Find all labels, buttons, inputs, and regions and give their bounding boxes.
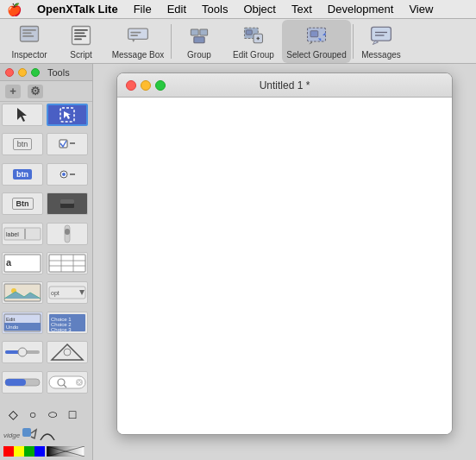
tool-field[interactable]: a xyxy=(2,252,43,274)
menu-tools[interactable]: Tools xyxy=(202,3,228,16)
window-max-button[interactable] xyxy=(155,80,166,91)
tool-select[interactable] xyxy=(47,104,88,126)
svg-marker-62 xyxy=(52,344,83,360)
tool-image[interactable] xyxy=(2,281,43,304)
svg-rect-3 xyxy=(22,35,34,37)
group-icon xyxy=(185,23,213,48)
tool-progress[interactable] xyxy=(2,371,43,394)
tools-panel: Tools + ⚙ btn xyxy=(0,64,93,460)
svg-rect-14 xyxy=(200,29,208,35)
tool-scrollbar[interactable] xyxy=(47,223,88,245)
svg-rect-17 xyxy=(246,30,252,35)
svg-rect-38 xyxy=(65,229,70,235)
gradient-bar[interactable] xyxy=(47,446,85,457)
message-box-label: Message Box xyxy=(112,50,165,60)
apple-menu[interactable]: 🍎 xyxy=(7,3,22,16)
svg-text:opt: opt xyxy=(51,290,60,297)
svg-point-30 xyxy=(62,173,66,176)
toolbar-select-grouped[interactable]: Select Grouped xyxy=(282,20,351,63)
color-swatches[interactable] xyxy=(3,446,45,457)
tool-slider[interactable] xyxy=(2,341,43,363)
menu-bar: 🍎 OpenXTalk Lite File Edit Tools Object … xyxy=(0,0,476,19)
menu-app-name[interactable]: OpenXTalk Lite xyxy=(37,3,118,16)
canvas-window: Untitled 1 * xyxy=(116,72,453,435)
edit-group-label: Edit Group xyxy=(233,50,274,60)
tool-button-plain[interactable]: btn xyxy=(2,133,43,155)
window-titlebar: Untitled 1 * xyxy=(117,73,452,98)
tool-circle[interactable]: ○ xyxy=(23,405,42,424)
svg-rect-11 xyxy=(130,35,138,36)
curve-tool-icon[interactable] xyxy=(39,426,56,444)
tools-actions: + ⚙ xyxy=(0,81,92,102)
tool-option-button[interactable]: opt xyxy=(47,281,88,304)
tool-checkbox[interactable] xyxy=(47,133,88,155)
svg-rect-22 xyxy=(310,31,318,37)
tools-min-button[interactable] xyxy=(18,68,27,77)
svg-rect-2 xyxy=(22,33,32,35)
tool-combo-box[interactable]: Choice 1 Choice 2 Choice 3 xyxy=(47,312,88,334)
messages-icon xyxy=(367,23,395,48)
shape-tools-row: ◇ ○ ⬭ □ xyxy=(2,405,91,424)
menu-edit[interactable]: Edit xyxy=(167,3,186,16)
window-min-button[interactable] xyxy=(141,80,151,91)
tool-button-blue[interactable]: btn xyxy=(2,163,43,186)
window-traffic-lights xyxy=(126,80,166,91)
swatch-blue[interactable] xyxy=(34,446,45,457)
toolbar-message-box[interactable]: Message Box xyxy=(107,20,169,63)
inspector-icon xyxy=(16,23,43,48)
tool-dark-button[interactable] xyxy=(47,192,88,215)
window-title: Untitled 1 * xyxy=(260,79,310,91)
svg-rect-9 xyxy=(128,28,148,39)
toolbar-inspector[interactable]: Inspector xyxy=(3,20,55,63)
tool-oval[interactable]: ⬭ xyxy=(43,405,62,424)
toolbar-messages[interactable]: Messages xyxy=(355,20,407,63)
pen-tools-row: vidge xyxy=(2,426,91,444)
menu-view[interactable]: View xyxy=(409,3,433,16)
tool-arrow[interactable] xyxy=(2,104,43,126)
window-content[interactable] xyxy=(117,98,452,434)
svg-text:Undo: Undo xyxy=(6,325,19,330)
svg-rect-41 xyxy=(49,255,85,272)
svg-text:Edit: Edit xyxy=(6,317,16,322)
toolbar-group[interactable]: Group xyxy=(173,20,225,63)
menu-object[interactable]: Object xyxy=(243,3,276,16)
tools-max-button[interactable] xyxy=(31,68,40,77)
menu-development[interactable]: Development xyxy=(328,3,394,16)
script-icon xyxy=(67,23,95,48)
swatch-red[interactable] xyxy=(3,446,14,457)
select-grouped-icon xyxy=(303,23,330,48)
window-close-button[interactable] xyxy=(126,80,136,91)
svg-rect-5 xyxy=(74,29,88,31)
menu-text[interactable]: Text xyxy=(291,3,312,16)
script-label: Script xyxy=(70,50,92,60)
menu-file[interactable]: File xyxy=(134,3,152,16)
group-label: Group xyxy=(187,50,211,60)
swatch-green[interactable] xyxy=(24,446,34,457)
tools-gear-button[interactable]: ⚙ xyxy=(28,85,43,98)
svg-rect-7 xyxy=(74,35,86,37)
tools-grid: btn btn Bt xyxy=(0,102,92,401)
svg-rect-72 xyxy=(22,428,31,437)
messages-label: Messages xyxy=(361,50,401,60)
tool-grid[interactable] xyxy=(47,252,88,274)
tool-graphic[interactable] xyxy=(47,341,88,363)
tool-edit-field[interactable]: Edit Undo xyxy=(2,312,43,334)
tool-search-field[interactable] xyxy=(47,371,88,394)
tool-label[interactable]: label xyxy=(2,223,43,245)
tool-button-caps[interactable]: Btn xyxy=(2,192,43,215)
toolbar-sep-1 xyxy=(171,24,172,59)
tool-diamond[interactable]: ◇ xyxy=(3,405,22,424)
pen-tool-icon[interactable] xyxy=(21,426,38,444)
svg-point-61 xyxy=(18,348,27,356)
tool-square[interactable]: □ xyxy=(63,405,82,424)
tool-radio[interactable] xyxy=(47,163,88,186)
svg-rect-13 xyxy=(191,29,198,35)
toolbar-edit-group[interactable]: Edit Group xyxy=(225,20,282,63)
tools-close-button[interactable] xyxy=(5,68,14,77)
tools-bottom: ◇ ○ ⬭ □ vidge xyxy=(0,401,92,460)
tools-add-button[interactable]: + xyxy=(5,85,21,98)
swatch-yellow[interactable] xyxy=(14,446,24,457)
svg-rect-65 xyxy=(5,379,26,386)
svg-rect-8 xyxy=(74,39,82,41)
toolbar-script[interactable]: Script xyxy=(55,20,107,63)
